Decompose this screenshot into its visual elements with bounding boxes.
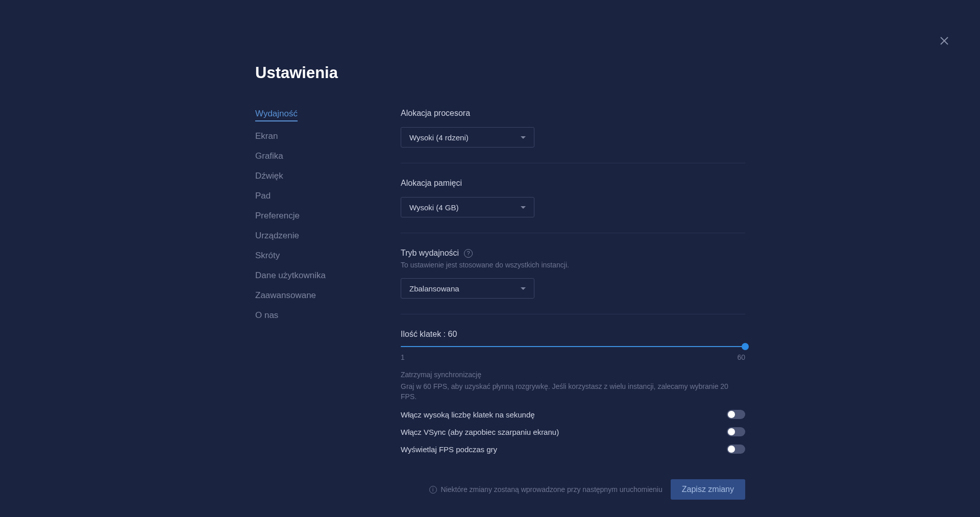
cpu-alloc-label: Alokacja procesora xyxy=(401,109,745,118)
cpu-alloc-value: Wysoki (4 rdzeni) xyxy=(409,133,469,142)
high-fps-label: Włącz wysoką liczbę klatek na sekundę xyxy=(401,410,535,419)
sidebar-item-sound[interactable]: Dźwięk xyxy=(255,171,401,181)
sidebar-item-graphics[interactable]: Grafika xyxy=(255,151,401,161)
main-panel: Alokacja procesora Wysoki (4 rdzeni) Alo… xyxy=(401,109,766,500)
help-icon[interactable]: ? xyxy=(464,249,473,258)
memory-alloc-label: Alokacja pamięci xyxy=(401,179,745,188)
sync-text: Zatrzymaj synchronizację xyxy=(401,371,745,379)
sidebar-item-preferences[interactable]: Preferencje xyxy=(255,211,401,221)
chevron-down-icon xyxy=(521,287,526,290)
fps-min: 1 xyxy=(401,353,405,361)
fps-help-text: Graj w 60 FPS, aby uzyskać płynną rozgry… xyxy=(401,382,738,402)
memory-alloc-value: Wysoki (4 GB) xyxy=(409,203,459,212)
sidebar-item-performance[interactable]: Wydajność xyxy=(255,109,298,121)
fps-max: 60 xyxy=(737,353,745,361)
sidebar-item-shortcuts[interactable]: Skróty xyxy=(255,251,401,261)
toggle-knob xyxy=(728,446,735,453)
page-title: Ustawienia xyxy=(255,64,766,82)
sidebar-item-userdata[interactable]: Dane użytkownika xyxy=(255,270,401,281)
fps-label: Ilość klatek : 60 xyxy=(401,330,745,339)
sidebar-item-pad[interactable]: Pad xyxy=(255,191,401,201)
sidebar-item-screen[interactable]: Ekran xyxy=(255,131,401,141)
info-icon: i xyxy=(429,486,437,494)
save-button[interactable]: Zapisz zmiany xyxy=(671,479,745,500)
high-fps-toggle[interactable] xyxy=(727,410,745,419)
perf-mode-select[interactable]: Zbalansowana xyxy=(401,278,534,299)
toggle-knob xyxy=(728,428,735,435)
chevron-down-icon xyxy=(521,136,526,139)
toggle-knob xyxy=(728,411,735,418)
sidebar-item-device[interactable]: Urządzenie xyxy=(255,231,401,241)
perf-mode-value: Zbalansowana xyxy=(409,284,459,293)
vsync-toggle[interactable] xyxy=(727,427,745,436)
close-icon xyxy=(938,35,950,47)
memory-alloc-select[interactable]: Wysoki (4 GB) xyxy=(401,197,534,217)
fps-slider[interactable] xyxy=(401,346,745,347)
sidebar-item-advanced[interactable]: Zaawansowane xyxy=(255,290,401,301)
close-button[interactable] xyxy=(938,35,950,47)
cpu-alloc-select[interactable]: Wysoki (4 rdzeni) xyxy=(401,127,534,147)
show-fps-label: Wyświetlaj FPS podczas gry xyxy=(401,445,497,454)
footer-note: i Niektóre zmiany zostaną wprowadzone pr… xyxy=(429,485,663,494)
vsync-label: Włącz VSync (aby zapobiec szarpaniu ekra… xyxy=(401,428,559,436)
show-fps-toggle[interactable] xyxy=(727,445,745,454)
settings-sidebar: Wydajność Ekran Grafika Dźwięk Pad Prefe… xyxy=(255,109,401,500)
sidebar-item-about[interactable]: O nas xyxy=(255,310,401,321)
perf-mode-label: Tryb wydajności xyxy=(401,249,459,258)
perf-mode-sublabel: To ustawienie jest stosowane do wszystki… xyxy=(401,261,745,269)
fps-slider-thumb[interactable] xyxy=(742,343,749,350)
fps-value: 60 xyxy=(448,330,457,338)
chevron-down-icon xyxy=(521,206,526,209)
